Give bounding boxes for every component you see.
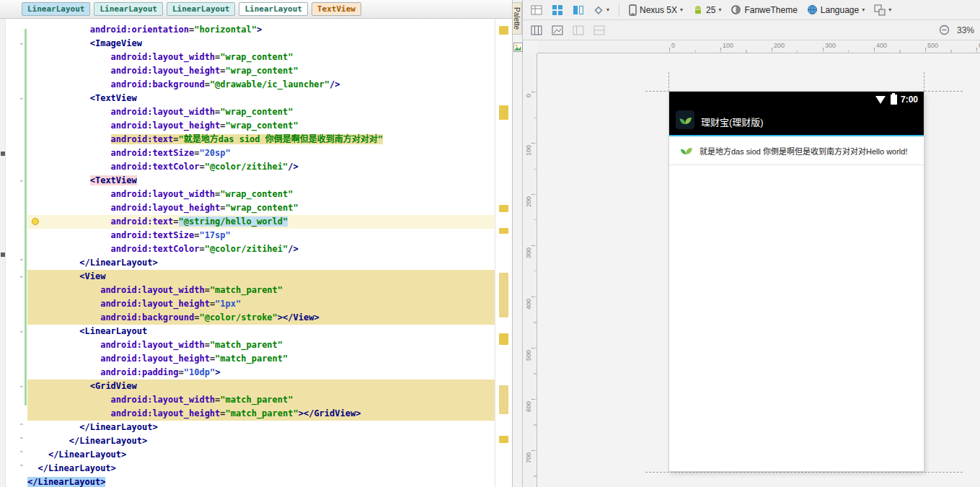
api-level-selector[interactable]: 25▾ (690, 3, 723, 17)
fold-open-icon[interactable]: ⌄ (19, 379, 25, 391)
error-stripe[interactable] (495, 19, 512, 487)
zoom-out-button[interactable] (937, 23, 952, 37)
gutter-row[interactable]: ⌄ (6, 325, 27, 338)
code-line[interactable]: android:layout_width="wrap_content" (27, 51, 495, 64)
code-line[interactable]: android:padding="10dp"> (27, 366, 495, 379)
code-line[interactable]: android:layout_width="match_parent" (27, 284, 495, 297)
device-selector[interactable]: Nexus 5X▾ (627, 3, 685, 17)
layout-variant-selector[interactable]: ▾ (872, 3, 893, 17)
action-bar[interactable]: 理财宝(理财版) (669, 108, 924, 136)
code-line[interactable]: android:background="@color/stroke"></Vie… (27, 311, 495, 325)
fold-close-icon[interactable]: ⌃ (19, 256, 25, 268)
gutter-row[interactable]: ⌄ (6, 92, 27, 105)
pane-splitter[interactable]: Palette (512, 0, 523, 487)
code-line[interactable]: </LinearLayout> (27, 421, 495, 434)
fold-close-icon[interactable]: ⌃ (19, 421, 25, 432)
design-surface-button[interactable] (529, 3, 544, 17)
orientation-button[interactable] (570, 3, 586, 17)
code-line[interactable]: </LinearLayout> (27, 475, 495, 487)
code-line[interactable]: android:textColor="@color/zitihei"/> (27, 160, 495, 174)
gutter-row[interactable]: ⌃ (6, 462, 27, 475)
stripe-warning-mark[interactable] (499, 333, 508, 345)
code-line[interactable]: android:layout_height="match_parent" (27, 352, 495, 366)
breadcrumb-tab-linearlayout[interactable]: LinearLayout (94, 2, 162, 16)
code-area[interactable]: android:orientation="horizontal"> <Image… (27, 19, 495, 487)
breadcrumb-tab-linearlayout[interactable]: LinearLayout (167, 2, 235, 16)
preview-text-row[interactable]: 就是地方das siod 你倒是啊但是收到南方对对对Hello world! (669, 136, 924, 165)
gutter-row[interactable]: ⌃ (6, 256, 27, 270)
stripe-warning-mark[interactable] (499, 273, 508, 317)
code-line[interactable]: <GridView (27, 379, 495, 393)
code-line[interactable]: android:textSize="20sp" (27, 146, 495, 160)
breadcrumb-tab-textview[interactable]: TextView (312, 2, 361, 16)
code-line[interactable]: android:orientation="horizontal"> (27, 23, 495, 37)
code-line[interactable]: android:layout_width="match_parent" (27, 393, 495, 407)
code-line[interactable]: android:layout_height="wrap_content" (27, 119, 495, 133)
selection-guide-bottom (645, 472, 963, 473)
code-line[interactable]: android:background="@drawable/ic_launche… (27, 78, 495, 92)
fold-open-icon[interactable]: ⌄ (19, 270, 25, 281)
code-line[interactable]: </LinearLayout> (27, 448, 495, 462)
gutter-row[interactable]: ⌄ (6, 37, 27, 51)
ruler-tick-label: 300 (525, 247, 532, 258)
fold-open-icon[interactable]: ⌄ (19, 37, 25, 48)
gutter-row[interactable]: ⌃ (6, 421, 27, 434)
code-line[interactable]: android:textSize="17sp" (27, 229, 495, 242)
device-preview[interactable]: 7:00 理财宝(理财版) 就是地方das siod 你倒是啊但是收到南方对对对… (669, 92, 924, 471)
fold-open-icon[interactable]: ⌄ (19, 92, 25, 103)
code-line[interactable]: android:text="就是地方das siod 你倒是啊但是收到南方对对对… (27, 133, 495, 146)
export-preview-button[interactable] (549, 23, 565, 38)
fold-open-icon[interactable]: ⌄ (19, 174, 25, 185)
breadcrumb-tab-linearlayout[interactable]: LinearLayout (239, 2, 307, 16)
stripe-warning-mark[interactable] (499, 385, 508, 414)
language-selector[interactable]: Language▾ (805, 3, 867, 17)
fold-close-icon[interactable]: ⌃ (19, 462, 25, 473)
code-line[interactable]: android:text="@string/hello_world" (27, 215, 495, 229)
api-level-label: 25 (706, 5, 715, 15)
code-line[interactable]: <TextView (27, 174, 495, 188)
fold-open-icon[interactable]: ⌄ (19, 325, 25, 336)
design-canvas[interactable]: 7:00 理财宝(理财版) 就是地方das siod 你倒是啊但是收到南方对对对… (537, 53, 980, 487)
code-line[interactable]: </LinearLayout> (27, 462, 495, 475)
editor-marker (1, 253, 5, 257)
code-line[interactable]: android:layout_width="match_parent" (27, 338, 495, 352)
gutter-row[interactable]: ⌄ (6, 379, 27, 393)
preview-picture-icon[interactable] (513, 42, 523, 55)
stripe-warning-mark[interactable] (499, 228, 508, 234)
code-line[interactable]: android:layout_height="wrap_content" (27, 64, 495, 78)
code-line[interactable]: </LinearLayout> (27, 256, 495, 270)
code-line[interactable]: android:layout_width="wrap_content" (27, 188, 495, 201)
code-line[interactable]: android:textColor="@color/zitihei"/> (27, 242, 495, 256)
design-surface[interactable]: 0100200300400500600 01002003004005006007… (523, 40, 980, 487)
ruler-tick-label: 200 (525, 196, 532, 207)
code-line[interactable]: <ImageView (27, 37, 495, 51)
theme-selector[interactable]: FanweTheme (728, 3, 799, 17)
blueprint-grid-button[interactable] (549, 3, 565, 17)
code-line[interactable]: android:layout_width="wrap_content" (27, 105, 495, 119)
code-editor[interactable]: ⌄⌄⌄⌃⌄⌄⌄⌃⌃⌃⌃ android:orientation="horizon… (0, 19, 512, 487)
stripe-warning-mark[interactable] (499, 205, 508, 212)
code-line[interactable]: </LinearLayout> (27, 434, 495, 448)
code-line[interactable]: <TextView (27, 92, 495, 105)
gutter-row[interactable]: ⌄ (6, 174, 27, 188)
show-columns-button[interactable] (529, 23, 544, 38)
code-line[interactable]: android:layout_height="match_parent"></G… (27, 407, 495, 421)
code-line[interactable]: <LinearLayout (27, 325, 495, 338)
stripe-warning-mark[interactable] (499, 26, 508, 35)
palette-tab[interactable]: Palette (513, 2, 522, 35)
ruler-tick-label: 300 (825, 42, 836, 49)
gutter-row[interactable]: ⌃ (6, 448, 27, 462)
code-line[interactable]: <View (27, 270, 495, 284)
intention-bulb-icon[interactable] (32, 218, 39, 225)
code-line[interactable]: android:layout_height="1px" (27, 297, 495, 311)
fold-close-icon[interactable]: ⌃ (19, 434, 25, 446)
night-mode-selector[interactable]: ▾ (591, 4, 612, 17)
stripe-warning-mark[interactable] (499, 436, 508, 443)
fold-close-icon[interactable]: ⌃ (19, 448, 25, 460)
gutter-row[interactable]: ⌄ (6, 270, 27, 284)
gutter-row[interactable]: ⌃ (6, 434, 27, 448)
status-bar: 7:00 (669, 92, 924, 108)
stripe-warning-mark[interactable] (499, 105, 508, 120)
code-line[interactable]: android:layout_height="wrap_content" (27, 201, 495, 215)
breadcrumb-tab-linearlayout[interactable]: LinearLayout (22, 2, 90, 16)
